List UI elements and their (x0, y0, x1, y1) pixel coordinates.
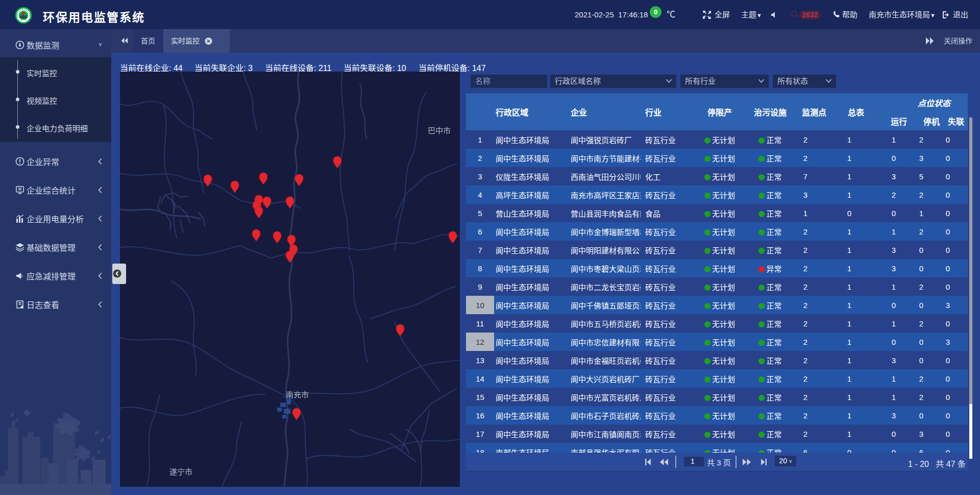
svg-text:遂宁市: 遂宁市 (169, 467, 192, 476)
svg-text:巴中市: 巴中市 (428, 126, 451, 135)
svg-text:南充市: 南充市 (286, 390, 309, 399)
